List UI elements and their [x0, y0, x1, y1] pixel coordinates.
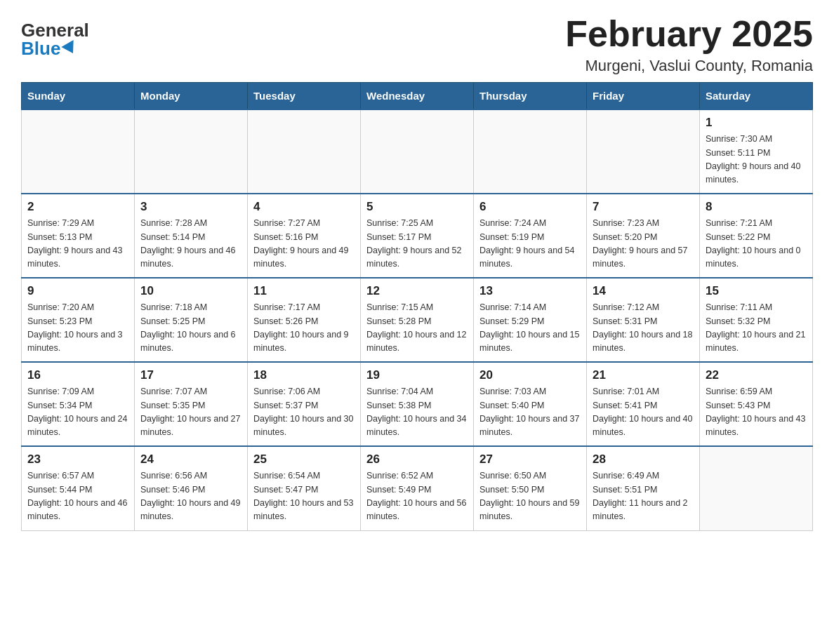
col-saturday: Saturday — [700, 83, 813, 110]
day-info: Sunrise: 7:11 AMSunset: 5:32 PMDaylight:… — [706, 301, 807, 356]
day-info: Sunrise: 6:59 AMSunset: 5:43 PMDaylight:… — [706, 385, 807, 440]
day-number: 26 — [366, 452, 468, 467]
day-number: 24 — [140, 452, 241, 467]
calendar-cell: 16Sunrise: 7:09 AMSunset: 5:34 PMDayligh… — [22, 362, 135, 446]
calendar-cell: 4Sunrise: 7:27 AMSunset: 5:16 PMDaylight… — [248, 194, 361, 278]
calendar-cell: 14Sunrise: 7:12 AMSunset: 5:31 PMDayligh… — [587, 278, 700, 362]
calendar-cell: 2Sunrise: 7:29 AMSunset: 5:13 PMDaylight… — [22, 194, 135, 278]
day-info: Sunrise: 7:07 AMSunset: 5:35 PMDaylight:… — [140, 385, 241, 440]
calendar-cell: 26Sunrise: 6:52 AMSunset: 5:49 PMDayligh… — [361, 446, 474, 530]
day-number: 23 — [27, 452, 128, 467]
calendar-cell: 7Sunrise: 7:23 AMSunset: 5:20 PMDaylight… — [587, 194, 700, 278]
calendar-cell: 1Sunrise: 7:30 AMSunset: 5:11 PMDaylight… — [700, 109, 813, 194]
day-info: Sunrise: 6:52 AMSunset: 5:49 PMDaylight:… — [366, 469, 468, 524]
calendar-cell: 28Sunrise: 6:49 AMSunset: 5:51 PMDayligh… — [587, 446, 700, 530]
day-info: Sunrise: 7:25 AMSunset: 5:17 PMDaylight:… — [366, 217, 468, 271]
day-number: 21 — [593, 368, 694, 382]
logo-general-text: General — [21, 21, 89, 39]
day-info: Sunrise: 7:17 AMSunset: 5:26 PMDaylight:… — [253, 301, 355, 356]
logo: General Blue — [21, 14, 89, 58]
calendar-cell: 15Sunrise: 7:11 AMSunset: 5:32 PMDayligh… — [700, 278, 813, 362]
day-info: Sunrise: 7:23 AMSunset: 5:20 PMDaylight:… — [593, 217, 694, 271]
day-number: 8 — [706, 200, 807, 214]
day-info: Sunrise: 7:21 AMSunset: 5:22 PMDaylight:… — [706, 217, 807, 271]
calendar-cell: 9Sunrise: 7:20 AMSunset: 5:23 PMDaylight… — [22, 278, 135, 362]
day-info: Sunrise: 7:09 AMSunset: 5:34 PMDaylight:… — [27, 385, 128, 440]
calendar-cell: 12Sunrise: 7:15 AMSunset: 5:28 PMDayligh… — [361, 278, 474, 362]
logo-blue-text: Blue — [21, 39, 77, 58]
day-number: 16 — [27, 368, 128, 382]
day-number: 19 — [366, 368, 468, 382]
day-number: 22 — [706, 368, 807, 382]
day-number: 9 — [27, 284, 128, 298]
calendar-cell: 3Sunrise: 7:28 AMSunset: 5:14 PMDaylight… — [135, 194, 248, 278]
day-info: Sunrise: 6:50 AMSunset: 5:50 PMDaylight:… — [479, 469, 581, 524]
day-number: 12 — [366, 284, 468, 298]
day-number: 7 — [593, 200, 694, 214]
day-info: Sunrise: 7:15 AMSunset: 5:28 PMDaylight:… — [366, 301, 468, 356]
calendar-cell — [248, 109, 361, 194]
calendar-cell: 24Sunrise: 6:56 AMSunset: 5:46 PMDayligh… — [135, 446, 248, 530]
day-info: Sunrise: 7:14 AMSunset: 5:29 PMDaylight:… — [479, 301, 581, 356]
day-number: 15 — [706, 284, 807, 298]
calendar-cell — [587, 109, 700, 194]
calendar-cell — [135, 109, 248, 194]
calendar-cell: 19Sunrise: 7:04 AMSunset: 5:38 PMDayligh… — [361, 362, 474, 446]
day-info: Sunrise: 7:28 AMSunset: 5:14 PMDaylight:… — [140, 217, 241, 271]
calendar-table: Sunday Monday Tuesday Wednesday Thursday… — [21, 82, 813, 531]
day-info: Sunrise: 6:49 AMSunset: 5:51 PMDaylight:… — [593, 469, 694, 524]
page-header: General Blue February 2025 Murgeni, Vasl… — [21, 14, 813, 75]
calendar-cell: 20Sunrise: 7:03 AMSunset: 5:40 PMDayligh… — [474, 362, 587, 446]
day-number: 6 — [479, 200, 581, 214]
col-thursday: Thursday — [474, 83, 587, 110]
day-number: 17 — [140, 368, 241, 382]
calendar-cell: 13Sunrise: 7:14 AMSunset: 5:29 PMDayligh… — [474, 278, 587, 362]
col-sunday: Sunday — [22, 83, 135, 110]
calendar-cell: 5Sunrise: 7:25 AMSunset: 5:17 PMDaylight… — [361, 194, 474, 278]
col-monday: Monday — [135, 83, 248, 110]
day-number: 1 — [706, 116, 807, 130]
calendar-cell: 21Sunrise: 7:01 AMSunset: 5:41 PMDayligh… — [587, 362, 700, 446]
day-number: 27 — [479, 452, 581, 467]
day-number: 11 — [253, 284, 355, 298]
day-info: Sunrise: 6:54 AMSunset: 5:47 PMDaylight:… — [253, 469, 355, 524]
calendar-cell: 8Sunrise: 7:21 AMSunset: 5:22 PMDaylight… — [700, 194, 813, 278]
logo-triangle-icon — [62, 40, 79, 57]
day-number: 5 — [366, 200, 468, 214]
day-info: Sunrise: 7:03 AMSunset: 5:40 PMDaylight:… — [479, 385, 581, 440]
calendar-cell: 23Sunrise: 6:57 AMSunset: 5:44 PMDayligh… — [22, 446, 135, 530]
day-info: Sunrise: 7:04 AMSunset: 5:38 PMDaylight:… — [366, 385, 468, 440]
calendar-cell: 11Sunrise: 7:17 AMSunset: 5:26 PMDayligh… — [248, 278, 361, 362]
day-number: 13 — [479, 284, 581, 298]
header-row: Sunday Monday Tuesday Wednesday Thursday… — [22, 83, 813, 110]
calendar-cell — [474, 109, 587, 194]
calendar-cell — [361, 109, 474, 194]
day-number: 18 — [253, 368, 355, 382]
week-row-3: 9Sunrise: 7:20 AMSunset: 5:23 PMDaylight… — [22, 278, 813, 362]
day-info: Sunrise: 7:30 AMSunset: 5:11 PMDaylight:… — [706, 133, 807, 187]
day-number: 2 — [27, 200, 128, 214]
day-number: 4 — [253, 200, 355, 214]
calendar-cell: 18Sunrise: 7:06 AMSunset: 5:37 PMDayligh… — [248, 362, 361, 446]
calendar-cell — [700, 446, 813, 530]
day-info: Sunrise: 6:56 AMSunset: 5:46 PMDaylight:… — [140, 469, 241, 524]
calendar-cell: 22Sunrise: 6:59 AMSunset: 5:43 PMDayligh… — [700, 362, 813, 446]
day-info: Sunrise: 7:12 AMSunset: 5:31 PMDaylight:… — [593, 301, 694, 356]
day-info: Sunrise: 7:20 AMSunset: 5:23 PMDaylight:… — [27, 301, 128, 356]
day-number: 14 — [593, 284, 694, 298]
day-number: 28 — [593, 452, 694, 467]
day-info: Sunrise: 7:24 AMSunset: 5:19 PMDaylight:… — [479, 217, 581, 271]
col-wednesday: Wednesday — [361, 83, 474, 110]
day-info: Sunrise: 6:57 AMSunset: 5:44 PMDaylight:… — [27, 469, 128, 524]
day-info: Sunrise: 7:27 AMSunset: 5:16 PMDaylight:… — [253, 217, 355, 271]
day-number: 25 — [253, 452, 355, 467]
calendar-cell: 10Sunrise: 7:18 AMSunset: 5:25 PMDayligh… — [135, 278, 248, 362]
calendar-cell: 27Sunrise: 6:50 AMSunset: 5:50 PMDayligh… — [474, 446, 587, 530]
col-tuesday: Tuesday — [248, 83, 361, 110]
month-title: February 2025 — [565, 14, 813, 54]
col-friday: Friday — [587, 83, 700, 110]
day-info: Sunrise: 7:01 AMSunset: 5:41 PMDaylight:… — [593, 385, 694, 440]
day-info: Sunrise: 7:18 AMSunset: 5:25 PMDaylight:… — [140, 301, 241, 356]
calendar-cell: 6Sunrise: 7:24 AMSunset: 5:19 PMDaylight… — [474, 194, 587, 278]
title-block: February 2025 Murgeni, Vaslui County, Ro… — [565, 14, 813, 75]
